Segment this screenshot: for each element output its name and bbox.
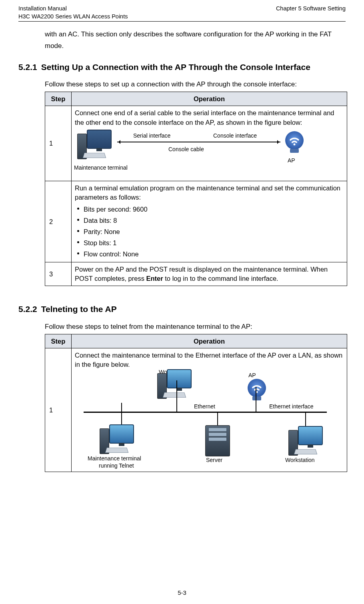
ap-label: AP bbox=[248, 372, 256, 380]
section-521-lead: Follow these steps to set up a connectio… bbox=[45, 80, 346, 89]
intro-paragraph: with an AC. This section only describes … bbox=[45, 29, 346, 52]
server-label: Server bbox=[206, 456, 222, 464]
list-item: Stop bits: 1 bbox=[75, 237, 344, 248]
table-row: 1 Connect one end of a serial cable to t… bbox=[45, 106, 347, 181]
operation-cell: Power on the AP and the POST result is d… bbox=[72, 262, 347, 286]
workstation-bottom-label: Workstation bbox=[285, 456, 315, 464]
section-522-number: 5.2.2 bbox=[18, 304, 37, 314]
ap-base-icon bbox=[252, 396, 261, 400]
header-right-line2: Chapter 5 Software Setting bbox=[276, 5, 346, 13]
op-text: Run a terminal emulation program on the … bbox=[75, 184, 344, 202]
col-step-header: Step bbox=[45, 92, 72, 106]
ethernet-line bbox=[84, 412, 327, 413]
pc-monitor-icon bbox=[298, 426, 323, 445]
list-item: Parity: None bbox=[75, 226, 344, 237]
header-divider bbox=[18, 21, 346, 22]
maintenance-terminal-label: Maintenance terminal bbox=[74, 164, 128, 172]
table-row: 3 Power on the AP and the POST result is… bbox=[45, 262, 347, 286]
drop-line bbox=[256, 387, 256, 412]
pc-keyboard-icon bbox=[294, 449, 317, 454]
ap-wireless-icon bbox=[248, 379, 266, 397]
page: Installation Manual H3C WA2200 Series WL… bbox=[0, 0, 364, 604]
maintenance-terminal-icon: Maintenance terminal bbox=[77, 130, 116, 161]
table-row: 2 Run a terminal emulation program on th… bbox=[45, 181, 347, 262]
list-item: Bits per second: 9600 bbox=[75, 204, 344, 215]
op-text-bold: Enter bbox=[146, 275, 163, 282]
op-text: Connect the maintenance terminal to the … bbox=[75, 351, 344, 369]
pc-monitor-icon bbox=[167, 369, 192, 388]
step-cell: 1 bbox=[45, 106, 72, 181]
pc-keyboard-icon bbox=[83, 153, 106, 158]
op-text: Connect one end of a serial cable to the… bbox=[75, 108, 344, 127]
table-row: 1 Connect the maintenance terminal to th… bbox=[45, 348, 347, 472]
table-row: Step Operation bbox=[45, 334, 347, 348]
pc-monitor-icon bbox=[109, 424, 134, 444]
header-right: Chapter 5 Software Setting bbox=[276, 5, 346, 20]
ap-base-icon bbox=[290, 149, 299, 153]
section-521-number: 5.2.1 bbox=[18, 62, 37, 72]
pc-keyboard-icon bbox=[163, 392, 186, 398]
col-step-header: Step bbox=[45, 334, 72, 348]
workstation-bottom-icon bbox=[288, 426, 327, 458]
console-cable-line bbox=[117, 142, 280, 142]
step-cell: 2 bbox=[45, 181, 72, 262]
console-connection-diagram: Maintenance terminal Serial interface Co… bbox=[77, 130, 309, 178]
section-522-title: Telneting to the AP bbox=[41, 304, 117, 314]
header-left: Installation Manual H3C WA2200 Series WL… bbox=[18, 5, 128, 20]
ap-label: AP bbox=[288, 157, 295, 165]
wifi-icon bbox=[288, 134, 300, 146]
operation-cell: Run a terminal emulation program on the … bbox=[72, 181, 347, 262]
col-operation-header: Operation bbox=[72, 92, 347, 106]
header-left-line1: Installation Manual bbox=[18, 5, 128, 13]
drop-line bbox=[176, 380, 177, 412]
page-header: Installation Manual H3C WA2200 Series WL… bbox=[18, 5, 346, 20]
maintenance-terminal-label-1: Maintenance terminal bbox=[88, 455, 141, 463]
section-521-heading: 5.2.1Setting Up a Connection with the AP… bbox=[18, 62, 346, 73]
table-522: Step Operation 1 Connect the maintenance… bbox=[45, 334, 347, 472]
ap-icon: AP bbox=[282, 131, 307, 156]
page-number: 5-3 bbox=[0, 589, 364, 597]
step-cell: 3 bbox=[45, 262, 72, 286]
console-cable-label: Console cable bbox=[168, 146, 204, 154]
ethernet-label: Ethernet bbox=[194, 403, 215, 411]
wifi-icon bbox=[251, 382, 263, 394]
table-row: Step Operation bbox=[45, 92, 347, 106]
col-operation-header: Operation bbox=[72, 334, 347, 348]
section-522-lead: Follow these steps to telnet from the ma… bbox=[45, 322, 346, 332]
section-522-heading: 5.2.2Telneting to the AP bbox=[18, 304, 346, 315]
operation-cell: Connect one end of a serial cable to the… bbox=[72, 106, 347, 181]
step-cell: 1 bbox=[45, 348, 72, 472]
comm-params-list: Bits per second: 9600 Data bits: 8 Parit… bbox=[75, 204, 344, 260]
ethernet-interface-label: Ethernet interface bbox=[269, 403, 314, 411]
maintenance-terminal-label-2: running Telnet bbox=[99, 462, 134, 470]
operation-cell: Connect the maintenance terminal to the … bbox=[72, 348, 347, 472]
console-interface-label: Console interface bbox=[213, 132, 257, 140]
list-item: Data bits: 8 bbox=[75, 215, 344, 226]
op-text-post: to log in to the command line interface. bbox=[163, 275, 278, 282]
table-521: Step Operation 1 Connect one end of a se… bbox=[45, 92, 347, 286]
header-left-line2: H3C WA2200 Series WLAN Access Points bbox=[18, 13, 128, 21]
server-icon bbox=[205, 425, 230, 456]
section-521-title: Setting Up a Connection with the AP Thro… bbox=[41, 62, 310, 72]
ap-wireless-icon bbox=[285, 131, 304, 150]
serial-interface-label: Serial interface bbox=[133, 132, 170, 140]
pc-keyboard-icon bbox=[105, 448, 128, 453]
pc-monitor-icon bbox=[87, 130, 112, 149]
telnet-lan-diagram: Workstation AP Ethernet Etherne bbox=[81, 371, 337, 469]
list-item: Flow control: None bbox=[75, 248, 344, 260]
